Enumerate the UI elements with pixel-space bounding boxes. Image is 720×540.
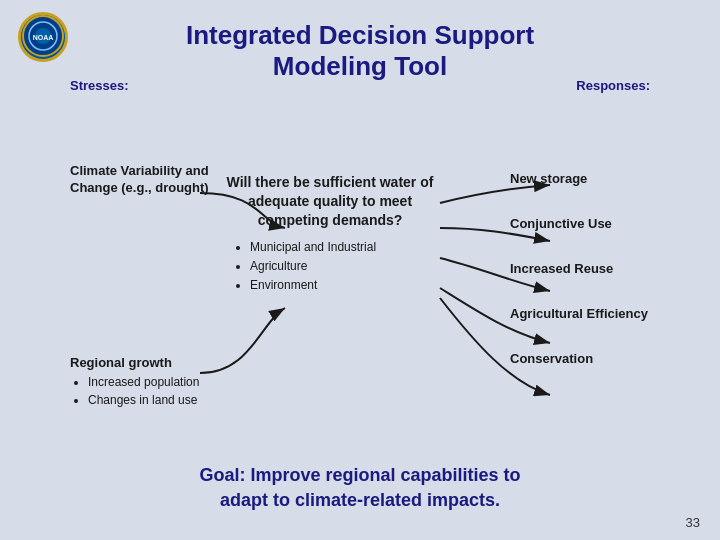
title: Integrated Decision Support Modeling Too… [20, 20, 700, 82]
response-conjunctive: Conjunctive Use [510, 216, 670, 233]
slide: NOAA Integrated Decision Support Modelin… [0, 0, 720, 540]
footer-text: Goal: Improve regional capabilities to a… [0, 463, 720, 512]
page-number: 33 [686, 515, 700, 530]
main-content: Climate Variability and Change (e.g., dr… [20, 143, 700, 503]
stresses-label: Stresses: [70, 78, 129, 93]
stress-climate: Climate Variability and Change (e.g., dr… [70, 163, 220, 197]
center-question: Will there be sufficient water of adequa… [220, 173, 440, 230]
header: Integrated Decision Support Modeling Too… [20, 10, 700, 88]
footer: Goal: Improve regional capabilities to a… [0, 463, 720, 512]
responses-label: Responses: [576, 78, 650, 93]
center-bullet-2: Agriculture [250, 257, 440, 276]
response-agricultural: Agricultural Efficiency [510, 306, 670, 323]
response-increased-reuse: Increased Reuse [510, 261, 670, 278]
response-new-storage: New storage [510, 171, 670, 188]
svg-text:NOAA: NOAA [33, 34, 54, 41]
regional-bullet-1: Increased population [88, 373, 230, 391]
responses-col: New storage Conjunctive Use Increased Re… [510, 143, 670, 395]
response-conservation: Conservation [510, 351, 670, 368]
center-box: Will there be sufficient water of adequa… [220, 173, 440, 295]
noaa-logo: NOAA [18, 12, 68, 62]
stress-regional: Regional growth Increased population Cha… [70, 353, 230, 409]
center-bullets: Municipal and Industrial Agriculture Env… [250, 238, 440, 296]
noaa-logo-text: NOAA [22, 15, 64, 60]
center-bullet-1: Municipal and Industrial [250, 238, 440, 257]
regional-bullets: Increased population Changes in land use [88, 373, 230, 409]
center-bullet-3: Environment [250, 276, 440, 295]
regional-bullet-2: Changes in land use [88, 391, 230, 409]
